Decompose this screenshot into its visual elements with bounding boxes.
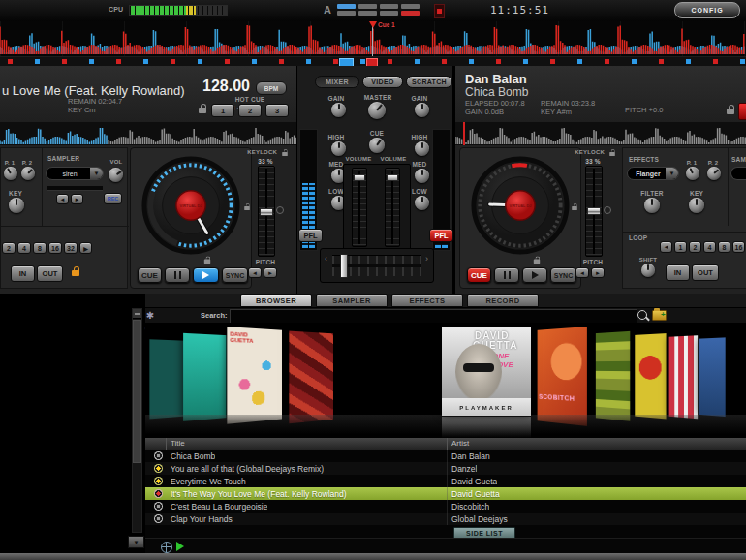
master-knob[interactable] (368, 102, 386, 119)
sampler-select-cut[interactable] (730, 167, 746, 180)
play-button[interactable] (193, 267, 219, 283)
tab-sampler[interactable]: SAMPLER (316, 294, 388, 307)
sampler-next-button[interactable]: ► (71, 194, 83, 204)
sampler-vol-knob[interactable] (109, 168, 123, 182)
lock-icon[interactable] (534, 260, 540, 264)
loop-length-button[interactable]: 16 (732, 241, 745, 253)
column-artist[interactable]: Artist (451, 439, 469, 448)
loop-out-button[interactable]: OUT (37, 265, 63, 282)
rhythm-window[interactable]: Cue 1 (0, 21, 746, 66)
loop-length-button[interactable]: 8 (718, 241, 730, 253)
pitch-bend-minus[interactable]: ◄ (248, 267, 262, 278)
crossfader-handle[interactable] (340, 254, 348, 278)
album-cover[interactable] (669, 335, 699, 419)
pause-button[interactable] (165, 267, 190, 283)
play-button[interactable] (522, 267, 547, 283)
pitch-bend-plus[interactable]: ► (591, 267, 605, 278)
table-row[interactable]: Everytime We TouchDavid Gueta (145, 475, 746, 487)
shift-knob[interactable] (641, 264, 655, 277)
automix-play-icon[interactable] (176, 542, 184, 551)
loop-out-button[interactable]: OUT (692, 264, 719, 281)
pfl-left-button[interactable]: PFL (298, 229, 323, 242)
monitor-cell[interactable] (380, 11, 398, 16)
lock-icon[interactable] (204, 260, 210, 264)
hot-cue-button[interactable]: 2 (238, 104, 262, 117)
pitch-bend-minus[interactable]: ◄ (575, 267, 589, 278)
column-title[interactable]: Title (171, 439, 185, 448)
keylock-icon[interactable] (282, 152, 288, 156)
monitor-cell[interactable] (401, 4, 420, 9)
fx-p2-knob[interactable] (707, 167, 721, 180)
gain-left-knob[interactable] (331, 103, 346, 117)
album-cover[interactable] (596, 331, 631, 421)
sync-button[interactable]: SYNC (222, 267, 248, 283)
add-folder-icon[interactable]: + (652, 310, 667, 321)
tab-mixer[interactable]: MIXER (315, 76, 359, 88)
album-cover[interactable] (183, 333, 226, 421)
filter-folder-icon[interactable]: ✱ (144, 310, 156, 322)
loop-length-button[interactable]: 2 (689, 241, 701, 253)
pitch-bend-plus[interactable]: ► (264, 267, 277, 278)
search-options-icon[interactable] (637, 310, 647, 320)
low-right-knob[interactable] (415, 196, 429, 210)
deck-left-waveform[interactable] (0, 122, 296, 146)
hot-cue-button[interactable] (738, 103, 746, 120)
monitor-cell[interactable] (337, 11, 356, 16)
monitor-cell[interactable] (358, 11, 377, 16)
table-row[interactable]: Clap Your HandsGlobal Deejays (145, 513, 746, 525)
sampler-prev-button[interactable]: ◄ (56, 194, 69, 204)
loop-length-button[interactable]: 2 (2, 242, 16, 254)
table-row[interactable]: It's The Way You Love Me (Feat. Kelly Ro… (145, 487, 746, 500)
lock-icon[interactable] (199, 108, 206, 113)
table-row[interactable]: You are all of that (Global Deejays Remi… (145, 462, 746, 475)
fx-p1-knob[interactable] (4, 167, 17, 180)
loop-length-button[interactable]: 4 (703, 241, 716, 253)
loop-length-button[interactable]: 32 (64, 242, 78, 254)
bpm-pill[interactable]: BPM (256, 81, 287, 95)
hot-cue-button[interactable]: 1 (211, 104, 234, 117)
cue-button[interactable]: CUE (467, 267, 491, 283)
fx-p2-knob[interactable] (21, 167, 35, 180)
tab-effects[interactable]: EFFECTS (391, 294, 463, 307)
med-right-knob[interactable] (415, 169, 429, 183)
tab-browser[interactable]: BROWSER (240, 294, 312, 307)
monitor-cell[interactable] (401, 11, 420, 16)
record-indicator[interactable] (434, 4, 445, 18)
smart-lock-icon[interactable] (72, 270, 79, 276)
key-knob[interactable] (689, 198, 704, 213)
jog-wheel-right[interactable]: VIRTUAL DJ (471, 156, 570, 255)
filter-knob[interactable] (644, 198, 660, 213)
gain-right-knob[interactable] (415, 103, 429, 117)
sync-button[interactable]: SYNC (550, 267, 576, 283)
jog-wheel-left[interactable]: VIRTUAL DJ (141, 156, 240, 255)
album-cover[interactable]: SCOBITCH (538, 327, 587, 426)
album-cover[interactable] (289, 331, 333, 424)
tab-scratch[interactable]: SCRATCH (406, 76, 452, 88)
volume-fader-left[interactable] (352, 168, 367, 247)
fx-p1-knob[interactable] (686, 167, 699, 180)
scrollbar-up-button[interactable] (133, 309, 141, 319)
pitch-slider-left[interactable] (258, 166, 275, 257)
chevron-down-icon[interactable]: ▼ (665, 168, 678, 179)
loop-length-button[interactable]: 4 (17, 242, 31, 254)
netsearch-globe-icon[interactable] (161, 542, 172, 553)
deck-right-waveform[interactable] (453, 122, 746, 146)
cue-button[interactable]: CUE (138, 267, 162, 283)
cue-knob[interactable] (369, 138, 385, 153)
pitch-zero-button[interactable] (604, 206, 611, 214)
tab-video[interactable]: VIDEO (362, 76, 403, 88)
hot-cue-button[interactable]: 3 (265, 104, 289, 117)
monitor-cell[interactable] (380, 4, 398, 9)
key-knob[interactable] (9, 198, 24, 213)
volume-fader-right[interactable] (385, 168, 400, 247)
pfl-right-button[interactable]: PFL (429, 229, 453, 242)
pause-button[interactable] (494, 267, 519, 283)
pitch-slider-right[interactable] (585, 166, 603, 257)
sidebar-scrollbar[interactable] (132, 308, 142, 533)
loop-length-button[interactable]: 16 (48, 242, 62, 254)
loop-length-button[interactable]: 1 (674, 241, 687, 253)
album-cover[interactable] (635, 333, 666, 419)
album-cover[interactable] (699, 337, 726, 417)
lock-icon[interactable] (244, 206, 250, 210)
sidebar-dropdown-button[interactable]: ▼ (128, 536, 144, 548)
